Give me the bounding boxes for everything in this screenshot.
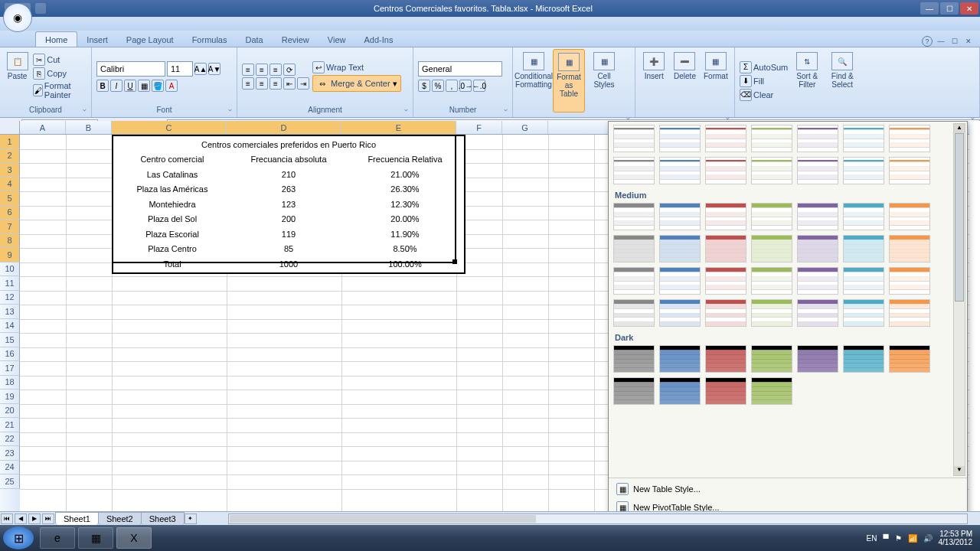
wrap-text-button[interactable]: ↩Wrap Text: [312, 61, 401, 73]
table-style-thumb[interactable]: [797, 235, 838, 262]
row-header-20[interactable]: 20: [0, 404, 20, 419]
table-style-thumb[interactable]: [751, 299, 792, 327]
table-style-thumb[interactable]: [843, 157, 884, 184]
table-style-thumb[interactable]: [797, 299, 838, 327]
row-header-18[interactable]: 18: [0, 376, 20, 390]
table-style-thumb[interactable]: [889, 345, 930, 373]
row-header-22[interactable]: 22: [0, 432, 20, 447]
table-style-thumb[interactable]: [613, 377, 655, 405]
grow-font-icon[interactable]: A▲: [194, 63, 207, 75]
copy-button[interactable]: ⎘Copy: [33, 67, 87, 80]
find-select-button[interactable]: 🔍Find & Select: [826, 49, 858, 112]
maximize-button[interactable]: ☐: [940, 2, 959, 15]
table-style-thumb[interactable]: [705, 203, 746, 230]
row-header-2[interactable]: 2: [0, 149, 20, 164]
row-header-4[interactable]: 4: [0, 178, 20, 192]
table-style-thumb[interactable]: [797, 345, 838, 373]
table-style-thumb[interactable]: [705, 377, 746, 405]
tab-data[interactable]: Data: [236, 32, 272, 47]
table-style-thumb[interactable]: [751, 267, 792, 295]
insert-cells-button[interactable]: ➕Insert: [640, 49, 668, 112]
align-right-icon[interactable]: ≡: [270, 77, 282, 90]
restore-window-icon[interactable]: ☐: [949, 36, 960, 47]
new-table-style-button[interactable]: ▦New Table Style...: [615, 481, 961, 497]
align-left-icon[interactable]: ≡: [242, 77, 254, 90]
row-header-25[interactable]: 25: [0, 474, 20, 489]
scroll-down-icon[interactable]: ▼: [954, 466, 965, 475]
row-header-15[interactable]: 15: [0, 333, 20, 347]
row-header-6[interactable]: 6: [0, 206, 20, 220]
orientation-icon[interactable]: ⟳: [283, 64, 296, 76]
office-button[interactable]: ◉: [3, 3, 32, 32]
taskbar-excel-icon[interactable]: X: [116, 527, 152, 549]
row-header-19[interactable]: 19: [0, 390, 20, 404]
border-button[interactable]: ▦: [138, 80, 150, 92]
table-style-thumb[interactable]: [889, 235, 930, 262]
close-button[interactable]: ✕: [960, 2, 978, 15]
table-style-thumb[interactable]: [889, 203, 930, 230]
sort-filter-button[interactable]: ⇅Sort & Filter: [791, 49, 823, 112]
paste-button[interactable]: 📋 Paste: [5, 49, 30, 104]
table-style-thumb[interactable]: [843, 125, 884, 152]
table-style-thumb[interactable]: [613, 267, 655, 295]
table-style-thumb[interactable]: [889, 125, 930, 152]
table-style-thumb[interactable]: [797, 203, 838, 230]
tray-flag-icon[interactable]: ▀: [883, 534, 888, 543]
column-header-E[interactable]: E: [341, 121, 456, 134]
sheet-nav-last[interactable]: ⏭: [42, 514, 54, 524]
table-style-thumb[interactable]: [797, 267, 838, 295]
autosum-button[interactable]: ΣAutoSum: [740, 61, 788, 73]
table-style-thumb[interactable]: [613, 125, 655, 152]
align-top-icon[interactable]: ≡: [242, 64, 254, 76]
table-style-thumb[interactable]: [659, 125, 701, 152]
table-style-thumb[interactable]: [613, 203, 655, 230]
table-style-thumb[interactable]: [705, 267, 746, 295]
new-pivot-style-button[interactable]: ▦New PivotTable Style...: [615, 500, 961, 511]
table-style-thumb[interactable]: [705, 345, 746, 373]
align-middle-icon[interactable]: ≡: [256, 64, 268, 76]
select-all-corner[interactable]: [0, 121, 20, 135]
column-header-G[interactable]: G: [502, 121, 548, 134]
table-style-thumb[interactable]: [659, 267, 701, 295]
bold-button[interactable]: B: [96, 80, 109, 92]
row-header-11[interactable]: 11: [0, 276, 20, 291]
row-header-23[interactable]: 23: [0, 446, 20, 461]
tray-volume-icon[interactable]: 🔊: [923, 534, 933, 543]
minimize-ribbon-icon[interactable]: —: [936, 36, 946, 47]
column-header-C[interactable]: C: [112, 121, 227, 134]
row-header-17[interactable]: 17: [0, 361, 20, 376]
row-header-13[interactable]: 13: [0, 305, 20, 319]
table-style-thumb[interactable]: [705, 299, 746, 327]
sheet-nav-first[interactable]: ⏮: [1, 514, 13, 524]
merge-center-button[interactable]: ⇔Merge & Center▾: [312, 75, 401, 92]
horizontal-scrollbar[interactable]: [228, 514, 968, 524]
table-style-thumb[interactable]: [659, 235, 701, 262]
table-style-thumb[interactable]: [843, 235, 884, 262]
sheet-nav-prev[interactable]: ◀: [15, 514, 27, 524]
row-header-3[interactable]: 3: [0, 163, 20, 178]
fill-button[interactable]: ⬇Fill: [740, 75, 788, 87]
tab-home[interactable]: Home: [35, 31, 77, 47]
conditional-formatting-button[interactable]: ▦Conditional Formatting: [518, 49, 550, 112]
table-style-thumb[interactable]: [659, 203, 701, 230]
table-style-thumb[interactable]: [613, 235, 655, 262]
qat-redo-icon[interactable]: [35, 3, 46, 14]
table-style-thumb[interactable]: [613, 157, 655, 184]
format-cells-button[interactable]: ▦Format: [702, 49, 730, 112]
table-style-thumb[interactable]: [797, 157, 838, 184]
table-style-thumb[interactable]: [751, 345, 792, 373]
comma-icon[interactable]: ,: [446, 80, 458, 92]
table-style-thumb[interactable]: [751, 377, 792, 405]
increase-indent-icon[interactable]: ⇥: [297, 77, 309, 90]
underline-button[interactable]: U: [124, 80, 136, 92]
row-header-14[interactable]: 14: [0, 319, 20, 334]
tab-addins[interactable]: Add-Ins: [354, 32, 402, 47]
scroll-thumb[interactable]: [955, 133, 964, 302]
row-header-16[interactable]: 16: [0, 347, 20, 362]
italic-button[interactable]: I: [110, 80, 122, 92]
taskbar-app-icon[interactable]: ▦: [78, 527, 113, 549]
table-style-thumb[interactable]: [705, 157, 746, 184]
align-center-icon[interactable]: ≡: [256, 77, 268, 90]
sheet-tab-1[interactable]: Sheet1: [55, 512, 99, 525]
row-header-12[interactable]: 12: [0, 291, 20, 305]
